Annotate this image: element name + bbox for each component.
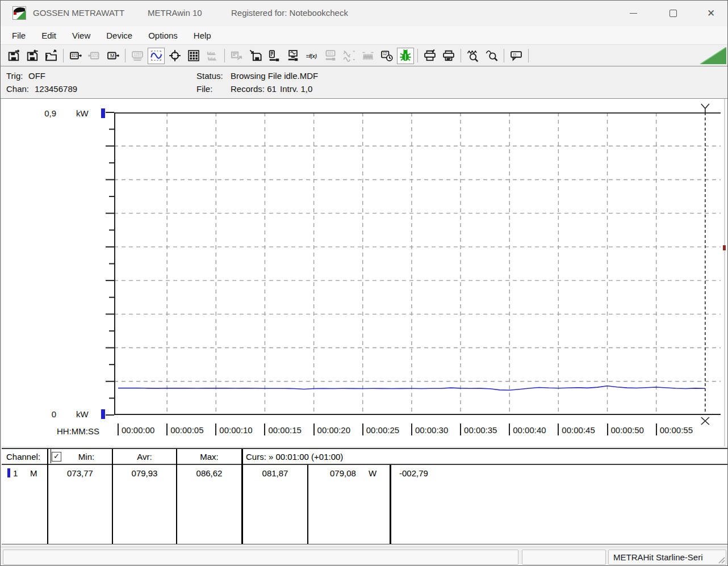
x-tick-label: 00:00:30	[411, 424, 448, 435]
device-321-read-icon: 321	[69, 49, 82, 62]
read-memory-button[interactable]: M	[104, 48, 122, 64]
read-device-321-button[interactable]: 321	[67, 48, 84, 64]
bug-icon	[399, 49, 412, 62]
channel-color-marker	[7, 468, 10, 477]
svg-text:M: M	[110, 53, 114, 58]
svg-text:321: 321	[91, 53, 98, 57]
app-brand: GOSSEN METRAWATT	[33, 8, 124, 18]
y-max-unit: kW	[76, 108, 89, 118]
trig-value: OFF	[28, 71, 45, 81]
x-axis-labels: HH:MM:SS 00:00:0000:00:0500:00:1000:00:1…	[2, 424, 727, 441]
menu-device[interactable]: Device	[98, 28, 140, 43]
col-channel-header[interactable]: Channel:	[6, 452, 40, 462]
display-digital-button[interactable]: 1257	[129, 48, 146, 64]
file-import-button[interactable]	[24, 48, 41, 64]
pulse-signal-button[interactable]	[359, 48, 376, 64]
file-export-button[interactable]	[5, 48, 22, 64]
device-clock-button[interactable]: 12	[378, 48, 395, 64]
registered-text: Registered for: Notebookcheck	[231, 8, 348, 18]
file-label: File:	[196, 84, 212, 94]
title-bar: GOSSEN METRAWATT METRAwin 10 Registered …	[1, 1, 727, 26]
table-gridline	[47, 449, 48, 544]
trig-label: Trig:	[6, 71, 23, 81]
plot-canvas[interactable]	[114, 112, 721, 415]
transfer-export-button[interactable]	[228, 48, 245, 64]
curve-chart-icon	[150, 49, 162, 62]
menu-edit[interactable]: Edit	[34, 28, 64, 43]
device-name-text: METRAHit Starline-Seri	[609, 550, 726, 562]
minimize-button[interactable]	[616, 1, 651, 26]
view-curve-button[interactable]	[148, 48, 165, 64]
device-setup-button[interactable]	[266, 48, 283, 64]
cursor-delta-value: -002,79	[399, 468, 428, 478]
col-min-header[interactable]: Min:	[61, 452, 112, 462]
print-button[interactable]	[440, 48, 457, 64]
toolbar: 321 321 M 1257	[1, 45, 727, 66]
transfer-export-icon	[231, 49, 243, 62]
channel-mode[interactable]: M	[30, 468, 37, 478]
zoom-in-curve-button[interactable]	[465, 48, 482, 64]
crosshair-icon	[169, 49, 181, 62]
toolbar-separator	[417, 49, 418, 62]
view-histogram-button[interactable]	[204, 48, 221, 64]
col-cursor-header[interactable]: Curs: » 00:01:00 (+01:00)	[246, 452, 343, 462]
table-gridline	[112, 449, 113, 544]
floppy-import-icon	[26, 49, 39, 62]
svg-text:1257: 1257	[133, 52, 142, 56]
x-tick-label: 00:00:50	[607, 424, 644, 435]
view-table-button[interactable]	[185, 48, 202, 64]
resize-triangle-icon	[700, 47, 726, 64]
menu-file[interactable]: File	[4, 28, 34, 43]
close-button[interactable]: ✕	[693, 1, 728, 26]
status-panel-main	[3, 550, 518, 565]
status-panel-device: METRAHit Starline-Seri	[608, 550, 726, 565]
min-checkbox[interactable]: ✓	[52, 452, 61, 462]
col-avr-header[interactable]: Avr:	[113, 452, 176, 462]
zoom-out-curve-button[interactable]	[483, 48, 500, 64]
x-axis-unit-label: HH:MM:SS	[57, 426, 99, 436]
min-value: 073,77	[48, 468, 112, 478]
device-321-setup-button[interactable]: 321	[322, 48, 339, 64]
max-value: 086,62	[177, 468, 241, 478]
menu-bar: File Edit View Device Options Help	[1, 26, 727, 45]
zoom-in-waves-icon	[467, 49, 479, 62]
interval-value: Intrv. 1,0	[280, 84, 312, 94]
read-device-321-alt-button[interactable]: 321	[86, 48, 103, 64]
col-max-header[interactable]: Max:	[177, 452, 241, 462]
formula-button[interactable]: =f(x)	[303, 48, 320, 64]
save-to-device-icon	[249, 49, 262, 62]
resize-grip-icon[interactable]	[716, 555, 725, 564]
svg-text:12: 12	[383, 52, 387, 56]
status-value: Browsing File idle.MDF	[231, 71, 318, 81]
right-edge-marker[interactable]	[723, 245, 726, 250]
y-max-label: 0,9	[36, 108, 56, 118]
save-to-device-button[interactable]	[247, 48, 264, 64]
view-cursor-button[interactable]	[166, 48, 183, 64]
menu-options[interactable]: Options	[140, 28, 186, 43]
y-min-marker[interactable]	[101, 409, 105, 419]
svg-text:321: 321	[72, 53, 78, 57]
x-tick-label: 00:00:45	[558, 424, 595, 435]
print-preview-button[interactable]	[421, 48, 438, 64]
right-edge-strip	[724, 99, 725, 446]
menu-help[interactable]: Help	[186, 28, 219, 43]
zoom-out-wave-icon	[486, 49, 498, 62]
monitor-setup-button[interactable]	[284, 48, 302, 64]
table-gridline	[307, 465, 308, 544]
status-label: Status:	[196, 71, 223, 81]
y-max-marker[interactable]	[101, 108, 105, 118]
maximize-button[interactable]	[655, 1, 691, 26]
channel-number[interactable]: 1	[13, 468, 18, 478]
open-file-button[interactable]	[43, 48, 60, 64]
device-321-disabled-icon: 321	[88, 49, 101, 62]
debug-bug-button[interactable]	[397, 48, 414, 64]
sine-signal-button[interactable]	[341, 48, 358, 64]
y-min-label: 0	[36, 409, 56, 419]
comment-button[interactable]: !?.	[508, 48, 525, 64]
histogram-icon	[206, 49, 219, 62]
x-tick-label: 00:00:25	[362, 424, 399, 435]
menu-view[interactable]: View	[64, 28, 98, 43]
records-value: Records: 61	[231, 84, 277, 94]
chan-value: 123456789	[35, 84, 77, 94]
svg-text:!?.: !?.	[513, 53, 517, 57]
